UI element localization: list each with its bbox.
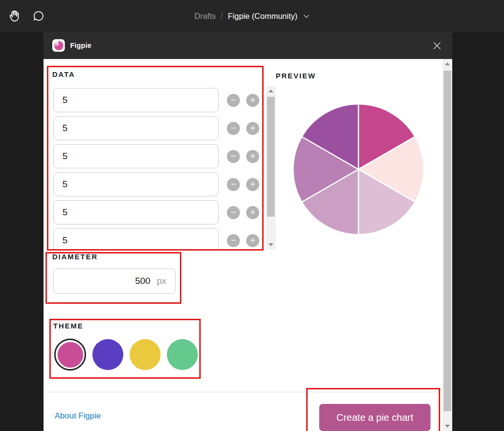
theme-swatch-purple[interactable] — [92, 339, 123, 370]
figpie-plugin-window: Figpie DATA − + − + — [44, 32, 452, 431]
stepper: − + — [227, 122, 259, 135]
hand-icon — [8, 9, 21, 23]
stepper: − + — [227, 234, 259, 247]
increment-button[interactable]: + — [246, 178, 259, 191]
decrement-button[interactable]: − — [227, 122, 240, 135]
plugin-body: DATA − + − + − + — [44, 59, 452, 431]
breadcrumb-current-file[interactable]: Figpie (Community) — [228, 12, 297, 21]
data-row: − + — [53, 144, 266, 168]
data-row: − + — [53, 200, 266, 224]
stepper: − + — [227, 150, 259, 163]
breadcrumb-folder[interactable]: Drafts — [194, 12, 216, 21]
breadcrumb: Drafts / Figpie (Community) — [0, 0, 504, 32]
decrement-button[interactable]: − — [227, 234, 240, 247]
scroll-up-icon[interactable] — [266, 87, 276, 95]
plugin-header: Figpie — [44, 32, 452, 59]
plugin-scrollbar[interactable] — [443, 59, 452, 431]
decrement-button[interactable]: − — [227, 150, 240, 163]
data-value-input[interactable] — [53, 144, 219, 168]
diameter-unit-label: px — [157, 276, 166, 286]
data-row: − + — [53, 172, 266, 196]
scroll-up-icon[interactable] — [443, 60, 452, 68]
preview-pie — [292, 103, 425, 236]
scrollbar-thumb[interactable] — [267, 97, 275, 217]
increment-button[interactable]: + — [246, 206, 259, 219]
diameter-field: px — [53, 268, 176, 294]
data-value-input[interactable] — [53, 200, 219, 224]
diameter-input[interactable] — [62, 276, 150, 286]
data-row: − + — [53, 228, 266, 251]
data-value-input[interactable] — [53, 228, 219, 251]
data-row: − + — [53, 116, 266, 140]
theme-swatch-yellow[interactable] — [130, 339, 161, 370]
footer-divider — [44, 392, 443, 392]
data-value-input[interactable] — [53, 172, 219, 196]
breadcrumb-separator: / — [221, 11, 223, 21]
diameter-section-label: DIAMETER — [52, 253, 98, 261]
figpie-logo-icon — [52, 39, 65, 52]
stepper: − + — [227, 206, 259, 219]
scrollbar-thumb[interactable] — [444, 71, 451, 411]
increment-button[interactable]: + — [246, 122, 259, 135]
theme-swatch-pink[interactable] — [58, 342, 83, 368]
decrement-button[interactable]: − — [227, 178, 240, 191]
stepper: − + — [227, 178, 259, 191]
decrement-button[interactable]: − — [227, 206, 240, 219]
figma-toolbar: Drafts / Figpie (Community) — [0, 0, 504, 32]
increment-button[interactable]: + — [246, 150, 259, 163]
chevron-down-icon[interactable] — [303, 14, 310, 18]
increment-button[interactable]: + — [246, 94, 259, 107]
data-value-input[interactable] — [53, 116, 219, 140]
data-row: − + — [53, 88, 266, 112]
comment-tool-button[interactable] — [29, 6, 48, 26]
scroll-down-icon[interactable] — [443, 422, 452, 430]
data-value-input[interactable] — [53, 88, 219, 112]
close-icon[interactable] — [430, 39, 444, 52]
plugin-title: Figpie — [70, 42, 91, 49]
increment-button[interactable]: + — [246, 234, 259, 247]
theme-swatch-pink-selected[interactable] — [54, 339, 86, 371]
theme-swatches — [54, 338, 198, 371]
comment-icon — [32, 10, 45, 22]
about-figpie-link[interactable]: About Figpie — [55, 411, 101, 421]
data-section-label: DATA — [52, 70, 75, 78]
theme-swatch-green[interactable] — [167, 339, 198, 370]
data-list: − + − + − + − — [53, 86, 266, 251]
data-list-scrollbar[interactable] — [266, 86, 276, 250]
stepper: − + — [227, 94, 259, 107]
preview-section-label: PREVIEW — [276, 72, 316, 80]
theme-section-label: THEME — [53, 322, 84, 330]
create-pie-chart-button[interactable]: Create a pie chart — [319, 404, 430, 431]
hand-tool-button[interactable] — [5, 6, 24, 26]
decrement-button[interactable]: − — [227, 94, 240, 107]
scroll-down-icon[interactable] — [266, 241, 276, 249]
